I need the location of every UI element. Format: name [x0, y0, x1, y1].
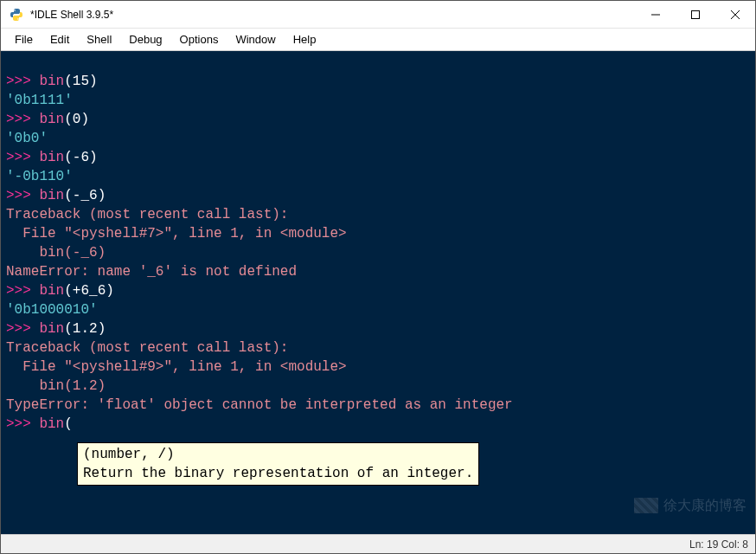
paren: ( — [64, 188, 73, 203]
statusbar: Ln: 19 Col: 8 — [1, 534, 755, 553]
arg: 15 — [73, 74, 89, 89]
func-name: bin — [39, 112, 64, 127]
traceback-line: Traceback (most recent call last): — [6, 340, 288, 356]
func-name: bin — [39, 416, 64, 432]
window-title: *IDLE Shell 3.9.5* — [30, 9, 636, 21]
prompt: >>> — [6, 321, 39, 337]
paren: ) — [98, 321, 106, 337]
arg: -6 — [73, 150, 89, 165]
arg: +6_6 — [73, 283, 106, 299]
arg: 0 — [73, 112, 81, 127]
func-name: bin — [39, 321, 64, 337]
arg: 1.2 — [73, 321, 98, 337]
output-line: '-0b110' — [6, 169, 73, 184]
paren: ) — [89, 74, 98, 89]
app-icon — [10, 8, 23, 22]
menu-window[interactable]: Window — [227, 30, 284, 48]
arg: -_6 — [73, 188, 98, 203]
prompt: >>> — [6, 416, 39, 432]
menu-options[interactable]: Options — [171, 30, 227, 48]
shell-output[interactable]: >>> bin(15) '0b1111' >>> bin(0) '0b0' >>… — [1, 51, 755, 534]
func-name: bin — [39, 74, 64, 89]
menubar: File Edit Shell Debug Options Window Hel… — [1, 29, 755, 51]
traceback-line: File "<pyshell#7>", line 1, in <module> — [6, 226, 347, 242]
traceback-line: bin(1.2) — [6, 378, 106, 394]
traceback-line: TypeError: 'float' object cannot be inte… — [6, 397, 513, 413]
paren: ( — [64, 74, 73, 89]
menu-help[interactable]: Help — [285, 30, 325, 48]
traceback-line: bin(-_6) — [6, 245, 106, 261]
paren: ) — [80, 112, 89, 127]
output-line: '0b0' — [6, 131, 48, 146]
close-button[interactable] — [715, 1, 755, 28]
menu-file[interactable]: File — [6, 30, 42, 48]
paren: ) — [98, 188, 106, 203]
paren: ) — [89, 150, 98, 165]
func-name: bin — [39, 188, 64, 203]
prompt: >>> — [6, 150, 39, 165]
menu-edit[interactable]: Edit — [42, 30, 78, 48]
output-line: '0b1000010' — [6, 302, 98, 318]
svg-rect-3 — [692, 10, 700, 18]
titlebar: *IDLE Shell 3.9.5* — [1, 1, 755, 29]
menu-shell[interactable]: Shell — [78, 30, 120, 48]
paren: ( — [64, 321, 73, 337]
traceback-line: File "<pyshell#9>", line 1, in <module> — [6, 359, 347, 375]
paren: ( — [64, 416, 73, 432]
paren: ( — [64, 150, 73, 165]
svg-point-0 — [14, 10, 16, 11]
func-name: bin — [39, 150, 64, 165]
calltip-doc: Return the binary representation of an i… — [83, 466, 473, 481]
watermark-text: 徐大康的博客 — [663, 496, 746, 515]
menu-debug[interactable]: Debug — [120, 30, 170, 48]
prompt: >>> — [6, 283, 39, 299]
prompt: >>> — [6, 188, 39, 203]
paren: ( — [64, 112, 73, 127]
prompt: >>> — [6, 112, 39, 127]
calltip-tooltip: (number, /) Return the binary representa… — [77, 442, 479, 486]
cursor-position: Ln: 19 Col: 8 — [689, 538, 748, 551]
func-name: bin — [39, 283, 64, 299]
window-controls — [636, 1, 755, 28]
svg-point-1 — [17, 18, 19, 20]
minimize-button[interactable] — [636, 1, 676, 28]
paren: ) — [106, 283, 114, 299]
traceback-line: Traceback (most recent call last): — [6, 207, 288, 222]
watermark-logo-icon — [634, 498, 658, 513]
paren: ( — [64, 283, 73, 299]
traceback-line: NameError: name '_6' is not defined — [6, 264, 297, 280]
output-line: '0b1111' — [6, 93, 73, 108]
calltip-signature: (number, /) — [83, 447, 175, 462]
prompt: >>> — [6, 74, 39, 89]
watermark: 徐大康的博客 — [634, 496, 746, 515]
maximize-button[interactable] — [676, 1, 715, 28]
